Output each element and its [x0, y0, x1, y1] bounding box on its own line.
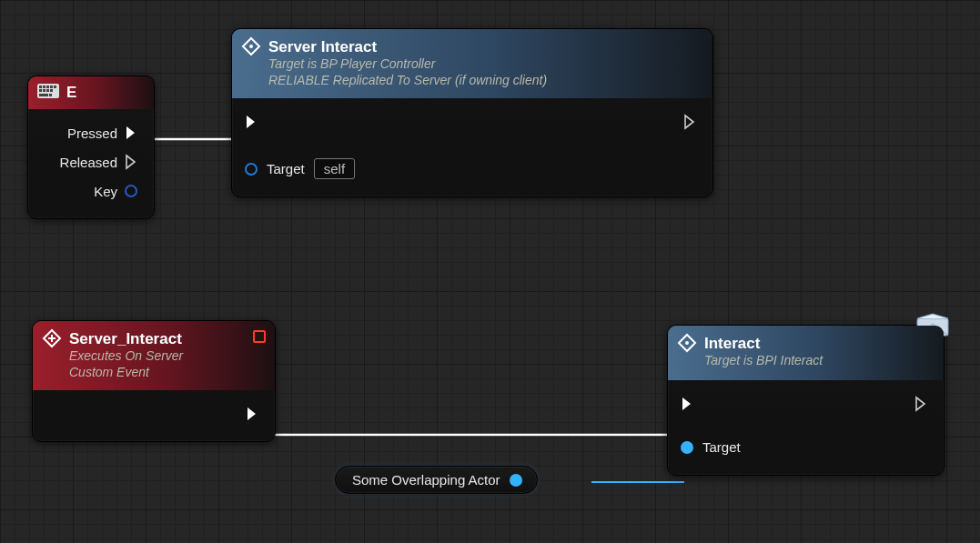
node-subtitle-2: RELIABLE Replicated To Server (if owning…: [268, 73, 702, 87]
node-variable-get-actor[interactable]: Some Overlapping Actor: [335, 466, 538, 494]
function-icon: [677, 333, 697, 353]
exec-in[interactable]: [245, 114, 261, 130]
function-icon: [241, 36, 261, 56]
exec-out-released[interactable]: [125, 154, 141, 170]
keyboard-icon: [37, 84, 59, 98]
node-server-interact-call[interactable]: Server Interact Target is BP Player Cont…: [231, 28, 713, 197]
exec-out[interactable]: [683, 114, 700, 130]
exec-out-pressed[interactable]: [125, 125, 141, 141]
variable-label: Some Overlapping Actor: [352, 472, 500, 488]
node-title: Server Interact: [268, 38, 702, 56]
svg-point-2: [685, 341, 689, 345]
data-out-key[interactable]: [125, 185, 137, 197]
exec-in[interactable]: [681, 396, 697, 412]
node-subtitle: Target is BPI Interact: [704, 353, 933, 369]
svg-point-0: [249, 45, 253, 48]
event-icon: [42, 328, 62, 348]
exec-out[interactable]: [914, 396, 931, 412]
node-title: Interact: [704, 335, 933, 353]
data-in-target[interactable]: [245, 163, 258, 176]
node-subtitle-2: Custom Event: [69, 365, 264, 379]
pin-label-key: Key: [41, 184, 117, 199]
node-title: E: [66, 84, 143, 102]
node-input-key-e[interactable]: E Pressed Released Key: [27, 75, 155, 219]
exec-out[interactable]: [246, 406, 262, 422]
data-out-actor[interactable]: [510, 474, 522, 487]
pin-label-pressed: Pressed: [41, 126, 117, 141]
pin-label-target: Target: [702, 439, 741, 455]
node-subtitle-1: Executes On Server: [69, 348, 264, 365]
target-self-value[interactable]: self: [314, 158, 355, 179]
node-title: Server_Interact: [69, 330, 264, 348]
pin-label-target: Target: [267, 161, 305, 176]
node-subtitle-1: Target is BP Player Controller: [268, 56, 702, 73]
data-in-target[interactable]: [681, 441, 693, 454]
pin-label-released: Released: [41, 155, 117, 170]
node-server-interact-event[interactable]: Server_Interact Executes On Server Custo…: [32, 320, 276, 442]
replication-indicator-icon: [253, 330, 266, 343]
node-interact[interactable]: Interact Target is BPI Interact Target: [667, 325, 945, 476]
